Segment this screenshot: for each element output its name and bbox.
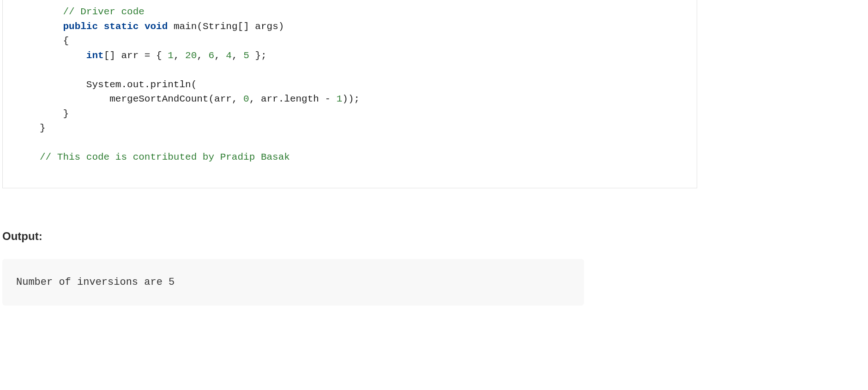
output-text: Number of inversions are 5 — [16, 276, 175, 288]
code-text: , — [174, 50, 185, 61]
code-text: mergeSortAndCount(arr, — [109, 94, 243, 104]
code-number: 4 — [226, 50, 232, 61]
code-keyword: static — [104, 21, 139, 32]
code-number: 1 — [168, 50, 174, 61]
output-label: Output: — [2, 230, 868, 243]
code-keyword: void — [145, 21, 168, 32]
code-brace: { — [63, 36, 69, 46]
code-container: // Driver code public static void main(S… — [2, 0, 697, 188]
code-indent — [40, 108, 63, 119]
code-number: 5 — [243, 50, 249, 61]
code-indent — [40, 21, 63, 32]
code-comment: // This code is contributed by Pradip Ba… — [40, 152, 290, 162]
code-text: [] arr = { — [104, 50, 168, 61]
code-number: 20 — [185, 50, 197, 61]
code-indent — [40, 6, 63, 17]
code-text: , — [232, 50, 243, 61]
code-indent — [40, 36, 63, 46]
code-number: 0 — [243, 94, 249, 104]
code-brace: } — [40, 123, 46, 133]
code-keyword: public — [63, 21, 98, 32]
code-indent — [40, 94, 109, 104]
code-indent — [40, 50, 86, 61]
code-text: System.out.println( — [86, 79, 197, 90]
code-number: 1 — [337, 94, 343, 104]
code-type: int — [86, 50, 104, 61]
code-text: , arr.length - — [249, 94, 337, 104]
output-box: Number of inversions are 5 — [2, 259, 584, 306]
code-block: // Driver code public static void main(S… — [3, 5, 697, 165]
code-text: , — [197, 50, 208, 61]
code-comment: // Driver code — [63, 6, 144, 17]
code-indent — [40, 79, 86, 90]
code-text: }; — [249, 50, 267, 61]
code-text: main(String[] args) — [168, 21, 284, 32]
output-section: Output: Number of inversions are 5 — [0, 230, 868, 306]
code-brace: } — [63, 108, 69, 119]
code-text: )); — [342, 94, 360, 104]
code-text: , — [214, 50, 226, 61]
code-number: 6 — [209, 50, 215, 61]
